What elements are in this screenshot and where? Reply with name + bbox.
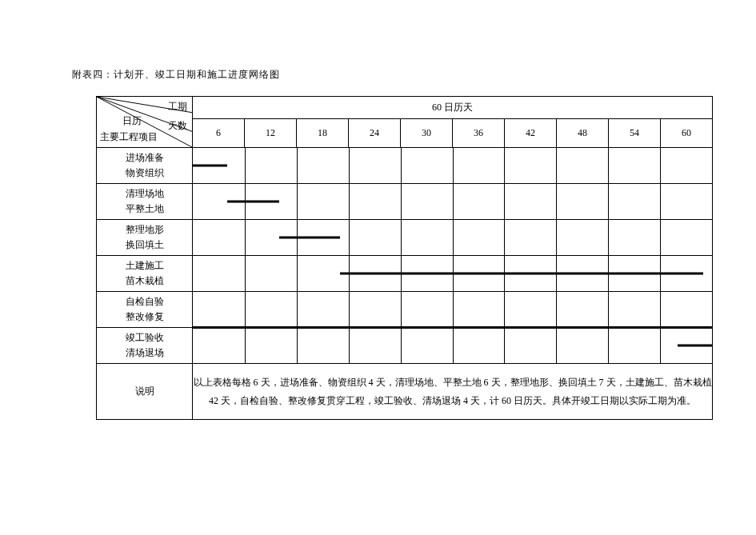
gantt-row [193,328,712,363]
day-tick: 30 [401,119,453,148]
table-row: 说明 以上表格每格 6 天，进场准备、物资组织 4 天，清理场地、平整土地 6 … [97,364,713,420]
task-label: 自检自验整改修复 [97,292,193,328]
desc-text: 以上表格每格 6 天，进场准备、物资组织 4 天，清理场地、平整土地 6 天，整… [193,364,713,420]
day-tick: 54 [609,119,661,148]
day-tick: 18 [297,119,349,148]
table-row: 土建施工苗木栽植 [97,256,713,292]
header-corner: 工期 日历 天数 主要工程项目 [97,97,193,148]
day-tick: 6 [193,119,245,148]
gantt-bar [340,273,703,275]
desc-label: 说明 [97,364,193,420]
task-label: 进场准备物资组织 [97,148,193,184]
task-label: 清理场地平整土地 [97,184,193,220]
day-tick: 60 [661,119,713,148]
gantt-row [193,292,712,327]
gantt-chart: 工期 日历 天数 主要工程项目 60 日历天 6 12 18 24 30 36 … [96,96,712,420]
gantt-row [193,184,712,219]
corner-label-duration: 工期 [168,100,187,114]
day-tick: 12 [245,119,297,148]
gantt-row [193,148,712,183]
table-row: 整理地形换回填土 [97,220,713,256]
corner-label-calendar: 日历 [122,114,142,128]
page-title: 附表四：计划开、竣工日期和施工进度网络图 [72,68,712,82]
gantt-bar [193,165,227,167]
header-span: 60 日历天 [193,97,713,119]
day-tick: 42 [505,119,557,148]
task-label: 土建施工苗木栽植 [97,256,193,292]
gantt-bar [227,201,279,203]
gantt-row [193,220,712,255]
task-label: 竣工验收清场退场 [97,328,193,364]
table-row: 自检自验整改修复 [97,292,713,328]
gantt-row [193,256,712,291]
table-row: 进场准备物资组织 [97,148,713,184]
day-tick: 36 [453,119,505,148]
gantt-bar [279,237,340,239]
day-tick: 48 [557,119,609,148]
table-row: 竣工验收清场退场 [97,328,713,364]
day-tick: 24 [349,119,401,148]
corner-label-days: 天数 [168,119,187,133]
task-label: 整理地形换回填土 [97,220,193,256]
corner-label-projects: 主要工程项目 [100,130,158,144]
gantt-bar [678,345,712,347]
table-row: 清理场地平整土地 [97,184,713,220]
